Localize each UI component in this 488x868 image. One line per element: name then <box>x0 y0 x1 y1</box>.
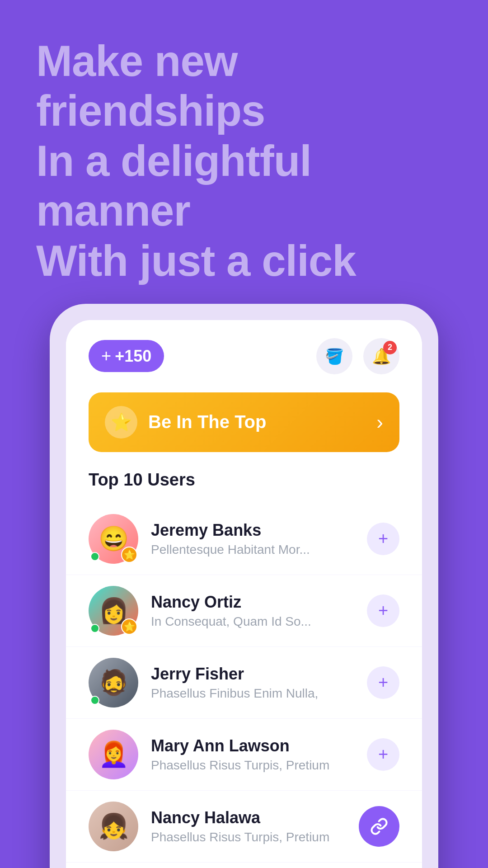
notification-count: 2 <box>383 341 397 354</box>
user-list: 😄 ⭐ Jeremy Banks Pellentesque Habitant M… <box>66 499 422 867</box>
screen-content: + +150 🪣 🔔 2 ⭐ Be In The Top <box>66 320 422 868</box>
link-button[interactable] <box>359 806 399 847</box>
user-description: Pellentesque Habitant Mor... <box>151 542 354 557</box>
avatar-wrap: 👩‍🦰 <box>89 730 138 779</box>
banner-arrow-icon: › <box>376 411 383 434</box>
add-friend-button[interactable]: + <box>367 666 399 699</box>
user-info: Jeremy Banks Pellentesque Habitant Mor..… <box>151 521 354 557</box>
add-friend-button[interactable]: + <box>367 594 399 627</box>
online-indicator <box>90 624 99 633</box>
user-item: 😄 ⭐ Jeremy Banks Pellentesque Habitant M… <box>66 503 422 575</box>
points-value: +150 <box>115 347 151 366</box>
user-item: 🧔 Jerry Fisher Phasellus Finibus Enim Nu… <box>66 647 422 719</box>
user-name: Nancy Halawa <box>151 808 346 827</box>
user-description: Phasellus Risus Turpis, Pretium <box>151 758 354 773</box>
user-name: Jerry Fisher <box>151 665 354 684</box>
phone-screen: + +150 🪣 🔔 2 ⭐ Be In The Top <box>66 320 422 868</box>
store-button[interactable]: 🪣 <box>316 338 352 374</box>
avatar-wrap: 👧 <box>89 802 138 851</box>
user-info: Mary Ann Lawson Phasellus Risus Turpis, … <box>151 736 354 773</box>
section-title: Top 10 Users <box>66 466 422 499</box>
store-icon: 🪣 <box>325 347 344 365</box>
star-icon: ⭐ <box>105 406 137 439</box>
user-name: Mary Ann Lawson <box>151 736 354 755</box>
user-item: 👩 ⭐ Nancy Ortiz In Consequat, Quam Id So… <box>66 575 422 647</box>
user-info: Nancy Ortiz In Consequat, Quam Id So... <box>151 593 354 629</box>
rank-badge-icon: ⭐ <box>121 547 137 563</box>
user-name: Nancy Ortiz <box>151 593 354 612</box>
add-friend-button[interactable]: + <box>367 738 399 771</box>
user-item: 👧 Nancy Halawa Phasellus Risus Turpis, P… <box>66 791 422 863</box>
add-friend-button[interactable]: + <box>367 523 399 555</box>
banner-left: ⭐ Be In The Top <box>105 406 266 439</box>
user-description: Phasellus Risus Turpis, Pretium <box>151 830 346 844</box>
rank-badge-icon: ⭐ <box>121 618 137 635</box>
be-in-top-banner[interactable]: ⭐ Be In The Top › <box>89 392 399 452</box>
hero-section: Make new friendships In a delightful man… <box>0 0 488 304</box>
phone-frame: + +150 🪣 🔔 2 ⭐ Be In The Top <box>50 304 438 868</box>
points-badge[interactable]: + +150 <box>89 340 164 372</box>
hero-line2: In a delightful manner <box>36 137 311 235</box>
user-item: 👩‍🦰 Mary Ann Lawson Phasellus Risus Turp… <box>66 719 422 791</box>
avatar: 👩‍🦰 <box>89 730 138 779</box>
hero-line1: Make new friendships <box>36 37 265 135</box>
hero-line3: With just a click <box>36 236 356 285</box>
avatar-wrap: 😄 ⭐ <box>89 514 138 564</box>
avatar: 👧 <box>89 802 138 851</box>
user-name: Jeremy Banks <box>151 521 354 540</box>
notification-button[interactable]: 🔔 2 <box>363 338 399 374</box>
user-description: Phasellus Finibus Enim Nulla, <box>151 686 354 701</box>
avatar-wrap: 👩 ⭐ <box>89 586 138 636</box>
header-icons: 🪣 🔔 2 <box>316 338 399 374</box>
online-indicator <box>90 696 99 705</box>
user-info: Jerry Fisher Phasellus Finibus Enim Null… <box>151 665 354 701</box>
online-indicator <box>90 552 99 561</box>
user-description: In Consequat, Quam Id So... <box>151 614 354 629</box>
user-info: Nancy Halawa Phasellus Risus Turpis, Pre… <box>151 808 346 844</box>
app-header: + +150 🪣 🔔 2 <box>66 320 422 383</box>
plus-icon: + <box>101 346 111 366</box>
banner-label: Be In The Top <box>148 412 266 432</box>
avatar-wrap: 🧔 <box>89 658 138 708</box>
